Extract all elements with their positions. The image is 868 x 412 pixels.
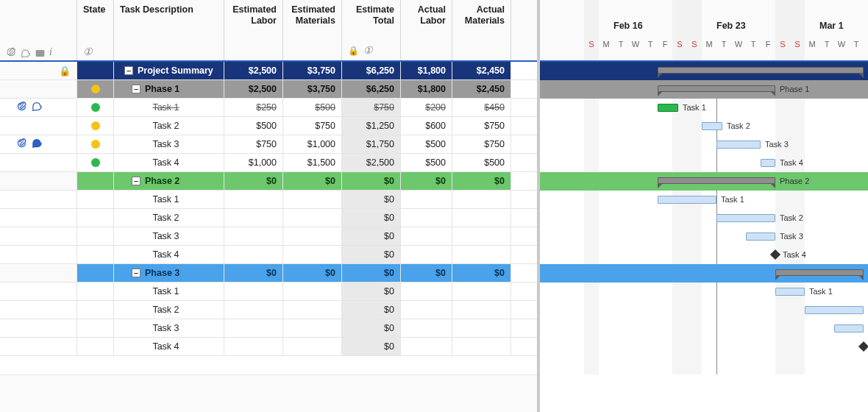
description-cell[interactable]: Task 4 (114, 246, 224, 263)
actual-labor-cell[interactable] (401, 246, 452, 263)
est-total-cell[interactable]: $0 (342, 209, 401, 227)
actual-materials-cell[interactable]: $750 (452, 117, 511, 135)
state-cell[interactable] (77, 172, 114, 190)
task-row[interactable]: Task 1$0 (0, 283, 537, 301)
attachment-icon[interactable] (16, 138, 27, 151)
est-labor-cell[interactable]: $500 (224, 117, 283, 135)
est-total-cell[interactable]: $1,750 (342, 135, 401, 153)
task-row[interactable]: Task 4$0 (0, 246, 537, 264)
gantt-task-bar[interactable] (716, 141, 761, 149)
phase-row[interactable]: –Phase 3$0$0$0$0$0 (0, 264, 537, 283)
est-total-column-header[interactable]: Estimate Total 🔒① (342, 0, 401, 60)
actual-labor-cell[interactable]: $500 (401, 154, 452, 171)
actual-materials-cell[interactable] (452, 227, 511, 245)
est-labor-cell[interactable] (224, 338, 283, 355)
state-cell[interactable] (77, 246, 114, 263)
actual-materials-cell[interactable]: $0 (452, 172, 511, 190)
est-labor-cell[interactable] (224, 246, 283, 263)
actual-labor-cell[interactable] (401, 338, 452, 355)
est-labor-cell[interactable]: $0 (224, 172, 283, 190)
est-total-cell[interactable]: $750 (342, 99, 401, 116)
collapse-toggle[interactable]: – (132, 85, 140, 93)
gantt-task-bar[interactable] (805, 306, 864, 314)
state-column-header[interactable]: State ① (77, 0, 114, 60)
est-materials-column-header[interactable]: Estimated Materials (283, 0, 342, 60)
collapse-toggle[interactable]: – (132, 177, 140, 185)
actual-materials-cell[interactable] (452, 191, 511, 208)
actual-labor-cell[interactable] (401, 191, 452, 208)
actual-materials-cell[interactable]: $2,450 (452, 62, 511, 79)
est-total-cell[interactable]: $0 (342, 283, 401, 300)
actual-materials-cell[interactable]: $750 (452, 135, 511, 153)
actual-labor-column-header[interactable]: Actual Labor (401, 0, 452, 60)
comment-icon[interactable] (32, 138, 43, 150)
task-row[interactable]: Task 3$0 (0, 319, 537, 338)
description-cell[interactable]: Task 4 (114, 154, 224, 171)
actual-labor-cell[interactable] (401, 319, 452, 337)
actual-materials-cell[interactable]: $450 (452, 99, 511, 116)
description-cell[interactable]: Task 1 (114, 99, 224, 116)
actual-materials-cell[interactable]: $2,450 (452, 80, 511, 98)
est-total-cell[interactable]: $1,250 (342, 117, 401, 135)
state-cell[interactable] (77, 191, 114, 208)
state-cell[interactable] (77, 301, 114, 319)
est-materials-cell[interactable] (283, 319, 342, 337)
actual-materials-cell[interactable] (452, 209, 511, 227)
est-materials-cell[interactable] (283, 209, 342, 227)
est-labor-cell[interactable]: $2,500 (224, 62, 283, 79)
description-cell[interactable]: Task 2 (114, 301, 224, 319)
est-labor-column-header[interactable]: Estimated Labor (224, 0, 283, 60)
comment-icon[interactable] (32, 102, 43, 113)
gantt-summary-bar[interactable] (775, 269, 864, 276)
est-materials-cell[interactable]: $1,500 (283, 154, 342, 171)
est-total-cell[interactable]: $0 (342, 301, 401, 319)
task-row[interactable]: Task 2$0 (0, 209, 537, 227)
phase-row[interactable]: –Phase 2$0$0$0$0$0 (0, 172, 537, 191)
actual-labor-cell[interactable] (401, 283, 452, 300)
est-materials-cell[interactable]: $1,000 (283, 135, 342, 153)
gantt-task-bar[interactable] (716, 214, 775, 222)
gantt-task-bar[interactable] (658, 196, 716, 204)
actual-labor-cell[interactable]: $0 (401, 264, 452, 282)
est-labor-cell[interactable]: $0 (224, 264, 283, 282)
gantt-summary-bar[interactable] (658, 67, 864, 74)
state-cell[interactable] (77, 319, 114, 337)
description-cell[interactable]: Task 4 (114, 338, 224, 355)
actual-labor-cell[interactable]: $600 (401, 117, 452, 135)
description-cell[interactable]: Task 3 (114, 319, 224, 337)
gantt-chart[interactable]: Feb 16Feb 23Mar 1 SMTWTFSSMTWTFSSMTWTFSS… (537, 0, 868, 412)
gantt-task-bar[interactable] (834, 324, 864, 333)
est-labor-cell[interactable] (224, 209, 283, 227)
est-materials-cell[interactable] (283, 246, 342, 263)
description-cell[interactable]: –Project Summary (114, 62, 224, 79)
actual-labor-cell[interactable] (401, 209, 452, 227)
actual-materials-cell[interactable] (452, 301, 511, 319)
task-row[interactable]: Task 2$0 (0, 301, 537, 319)
actual-labor-cell[interactable]: $1,800 (401, 80, 452, 98)
state-cell[interactable] (77, 338, 114, 355)
state-cell[interactable] (77, 99, 114, 116)
est-materials-cell[interactable] (283, 191, 342, 208)
actual-labor-cell[interactable] (401, 301, 452, 319)
state-cell[interactable] (77, 227, 114, 245)
state-cell[interactable] (77, 154, 114, 171)
task-row[interactable]: Task 4$0 (0, 338, 537, 356)
actual-materials-cell[interactable]: $0 (452, 264, 511, 282)
est-labor-cell[interactable] (224, 191, 283, 208)
est-total-cell[interactable]: $6,250 (342, 80, 401, 98)
actual-labor-cell[interactable] (401, 227, 452, 245)
est-labor-cell[interactable] (224, 227, 283, 245)
gantt-task-bar[interactable] (761, 159, 775, 167)
description-cell[interactable]: Task 3 (114, 227, 224, 245)
est-materials-cell[interactable]: $0 (283, 172, 342, 190)
state-cell[interactable] (77, 264, 114, 282)
actual-labor-cell[interactable]: $200 (401, 99, 452, 116)
est-materials-cell[interactable]: $0 (283, 264, 342, 282)
est-labor-cell[interactable]: $250 (224, 99, 283, 116)
est-materials-cell[interactable] (283, 283, 342, 300)
est-total-cell[interactable]: $0 (342, 227, 401, 245)
est-materials-cell[interactable] (283, 301, 342, 319)
est-total-cell[interactable]: $0 (342, 172, 401, 190)
description-cell[interactable]: Task 1 (114, 191, 224, 208)
task-row[interactable]: Task 3$750$1,000$1,750$500$750 (0, 135, 537, 154)
